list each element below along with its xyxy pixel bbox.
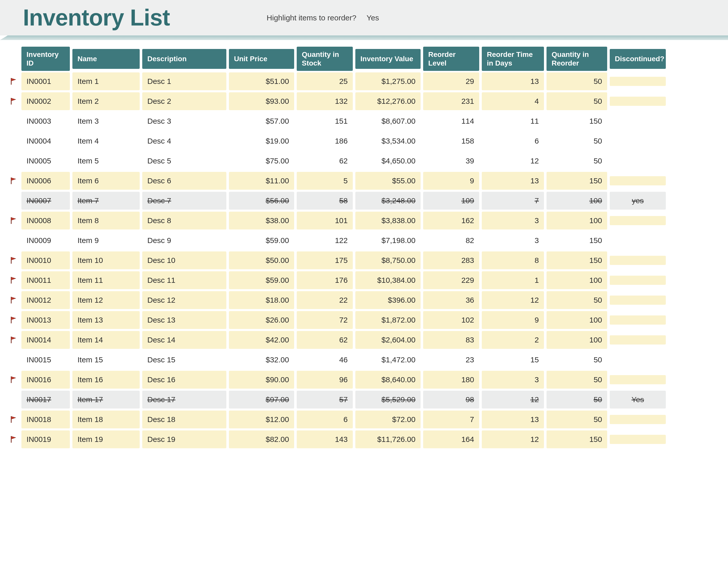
table-row[interactable]: IN0012Item 12Desc 12$18.0022$396.0036125… <box>10 291 718 309</box>
cell-reorder-level: 29 <box>423 72 479 90</box>
cell-reorder-days: 9 <box>482 311 544 329</box>
table-row[interactable]: IN0019Item 19Desc 19$82.00143$11,726.001… <box>10 431 718 448</box>
cell-name: Item 15 <box>72 351 140 369</box>
table-row[interactable]: IN0015Item 15Desc 15$32.0046$1,472.00231… <box>10 351 718 369</box>
cell-qty-reorder: 50 <box>547 391 607 409</box>
cell-inventory-id: IN0018 <box>21 411 70 428</box>
cell-discontinued: Yes <box>610 391 666 409</box>
cell-qty-reorder: 100 <box>547 311 607 329</box>
cell-qty-stock: 72 <box>297 311 353 329</box>
cell-unit-price: $12.00 <box>229 411 294 428</box>
flag-icon <box>10 77 18 85</box>
cell-qty-stock: 132 <box>297 92 353 110</box>
table-row[interactable]: IN0011Item 11Desc 11$59.00176$10,384.002… <box>10 271 718 289</box>
col-inventory-id[interactable]: Inventory ID <box>21 47 70 71</box>
cell-inventory-id: IN0007 <box>21 192 70 209</box>
table-header-row: Inventory ID Name Description Unit Price… <box>10 47 718 71</box>
col-reorder-level[interactable]: Reorder Level <box>423 47 479 71</box>
cell-reorder-days: 13 <box>482 72 544 90</box>
cell-qty-reorder: 50 <box>547 152 607 170</box>
table-row[interactable]: IN0005Item 5Desc 5$75.0062$4,650.0039125… <box>10 152 718 170</box>
cell-unit-price: $75.00 <box>229 152 294 170</box>
cell-discontinued <box>610 116 666 126</box>
cell-qty-reorder: 50 <box>547 411 607 428</box>
cell-qty-reorder: 50 <box>547 291 607 309</box>
cell-reorder-days: 13 <box>482 172 544 190</box>
cell-reorder-days: 2 <box>482 331 544 349</box>
col-name[interactable]: Name <box>72 49 140 69</box>
flag-icon <box>10 416 18 423</box>
cell-unit-price: $97.00 <box>229 391 294 409</box>
cell-reorder-level: 23 <box>423 351 479 369</box>
cell-name: Item 19 <box>72 431 140 448</box>
cell-inventory-value: $396.00 <box>355 291 421 309</box>
cell-description: Desc 8 <box>142 212 226 229</box>
cell-discontinued <box>610 316 666 325</box>
table-row[interactable]: IN0018Item 18Desc 18$12.006$72.0071350 <box>10 411 718 428</box>
cell-name: Item 10 <box>72 251 140 269</box>
cell-reorder-days: 12 <box>482 291 544 309</box>
cell-unit-price: $59.00 <box>229 231 294 249</box>
cell-qty-stock: 122 <box>297 231 353 249</box>
col-unit-price[interactable]: Unit Price <box>229 49 294 69</box>
header-band: Inventory List Highlight items to reorde… <box>0 0 728 35</box>
table-row[interactable]: IN0013Item 13Desc 13$26.0072$1,872.00102… <box>10 311 718 329</box>
col-discontinued[interactable]: Discontinued? <box>610 49 666 69</box>
flag-cell <box>10 256 19 264</box>
table-row[interactable]: IN0006Item 6Desc 6$11.005$55.00913150 <box>10 172 718 190</box>
flag-icon <box>10 316 18 324</box>
cell-description: Desc 12 <box>142 291 226 309</box>
highlight-reorder-group: Highlight items to reorder? Yes <box>267 14 379 22</box>
table-row[interactable]: IN0007Item 7Desc 7$56.0058$3,248.0010971… <box>10 192 718 209</box>
cell-unit-price: $11.00 <box>229 172 294 190</box>
table-row[interactable]: IN0004Item 4Desc 4$19.00186$3,534.001586… <box>10 132 718 150</box>
flag-cell <box>10 177 19 185</box>
cell-inventory-id: IN0010 <box>21 251 70 269</box>
cell-qty-stock: 57 <box>297 391 353 409</box>
table-row[interactable]: IN0002Item 2Desc 2$93.00132$12,276.00231… <box>10 92 718 110</box>
cell-unit-price: $56.00 <box>229 192 294 209</box>
cell-unit-price: $18.00 <box>229 291 294 309</box>
cell-description: Desc 18 <box>142 411 226 428</box>
cell-inventory-value: $5,529.00 <box>355 391 421 409</box>
table-row[interactable]: IN0010Item 10Desc 10$50.00175$8,750.0028… <box>10 251 718 269</box>
cell-qty-reorder: 100 <box>547 212 607 229</box>
table-row[interactable]: IN0001Item 1Desc 1$51.0025$1,275.0029135… <box>10 72 718 90</box>
cell-inventory-value: $55.00 <box>355 172 421 190</box>
cell-qty-reorder: 100 <box>547 331 607 349</box>
cell-discontinued <box>610 335 666 345</box>
cell-inventory-id: IN0008 <box>21 212 70 229</box>
cell-discontinued <box>610 176 666 185</box>
cell-qty-stock: 151 <box>297 112 353 130</box>
cell-reorder-level: 7 <box>423 411 479 428</box>
table-row[interactable]: IN0014Item 14Desc 14$42.0062$2,604.00832… <box>10 331 718 349</box>
cell-name: Item 6 <box>72 172 140 190</box>
cell-inventory-value: $3,838.00 <box>355 212 421 229</box>
col-reorder-days[interactable]: Reorder Time in Days <box>482 47 544 71</box>
cell-reorder-days: 12 <box>482 391 544 409</box>
cell-name: Item 8 <box>72 212 140 229</box>
cell-qty-reorder: 150 <box>547 172 607 190</box>
col-inventory-value[interactable]: Inventory Value <box>355 49 421 69</box>
cell-unit-price: $42.00 <box>229 331 294 349</box>
cell-discontinued <box>610 256 666 265</box>
table-row[interactable]: IN0003Item 3Desc 3$57.00151$8,607.001141… <box>10 112 718 130</box>
table-row[interactable]: IN0008Item 8Desc 8$38.00101$3,838.001623… <box>10 212 718 229</box>
cell-description: Desc 11 <box>142 271 226 289</box>
col-qty-stock[interactable]: Quantity in Stock <box>297 47 353 71</box>
cell-qty-stock: 22 <box>297 291 353 309</box>
cell-unit-price: $32.00 <box>229 351 294 369</box>
cell-description: Desc 4 <box>142 132 226 150</box>
cell-reorder-level: 109 <box>423 192 479 209</box>
table-row[interactable]: IN0009Item 9Desc 9$59.00122$7,198.008231… <box>10 231 718 249</box>
col-description[interactable]: Description <box>142 49 226 69</box>
highlight-value[interactable]: Yes <box>367 14 379 22</box>
cell-unit-price: $38.00 <box>229 212 294 229</box>
table-row[interactable]: IN0016Item 16Desc 16$90.0096$8,640.00180… <box>10 371 718 389</box>
cell-discontinued <box>610 375 666 384</box>
table-row[interactable]: IN0017Item 17Desc 17$97.0057$5,529.00981… <box>10 391 718 409</box>
cell-discontinued <box>610 236 666 245</box>
cell-discontinued <box>610 156 666 165</box>
col-qty-reorder[interactable]: Quantity in Reorder <box>547 47 607 71</box>
cell-qty-reorder: 150 <box>547 231 607 249</box>
